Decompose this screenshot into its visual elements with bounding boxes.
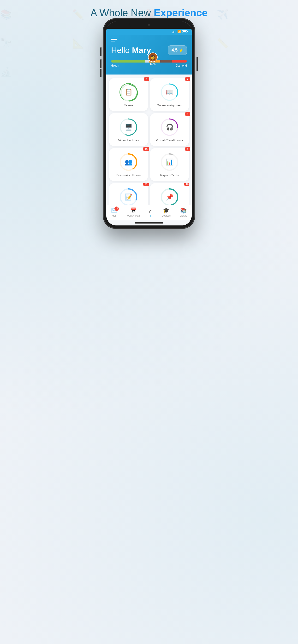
progress-section: 👩 65% Green Diamond	[111, 60, 187, 67]
card-online-assignment[interactable]: 7 📖 Online assignment	[150, 78, 189, 111]
bottom-bar	[106, 220, 192, 226]
library-icon: 📚	[180, 208, 187, 214]
card-video-lectures[interactable]: 🖥️ Video Lectures	[109, 113, 148, 146]
hamburger-line-3	[111, 41, 115, 42]
report-cards-label: Report Cards	[160, 174, 179, 177]
card-exams[interactable]: 6 📋 Exams	[109, 78, 148, 111]
rating-badge[interactable]: 4.5 ★	[168, 45, 187, 55]
nav-badge-mail: 11	[114, 206, 119, 211]
notch	[129, 22, 169, 29]
badge-partial-right: 13	[184, 183, 189, 186]
virtual-classrooms-icon: 🎧	[166, 124, 174, 131]
battery-fill	[183, 31, 186, 32]
battery-icon	[182, 30, 187, 33]
icon-circle-video-lectures: 🖥️	[119, 118, 137, 136]
icon-circle-partial-right: 📌	[161, 188, 179, 205]
icon-circle-virtual-classrooms: 🎧	[161, 118, 179, 136]
badge-online-assignment: 7	[185, 77, 190, 81]
nav-courses[interactable]: 🎓 Courses	[159, 208, 173, 217]
home-indicator	[135, 222, 163, 224]
phone-frame: 📶 Hello Mary 4.5 ★	[103, 19, 195, 228]
nav-home[interactable]: ⌂	[146, 208, 155, 216]
page-headline: A Whole New Experience	[90, 7, 208, 19]
icon-circle-online-assignment: 📖	[161, 83, 179, 101]
app-header: Hello Mary 4.5 ★ 👩 65% Green Diamond	[106, 35, 192, 74]
virtual-classrooms-label: Virtual ClassRooms	[156, 138, 183, 142]
partial-row: 31 📝 13	[109, 183, 189, 205]
grid-row-3: 45 👥 Discussion Room 1	[109, 148, 189, 181]
exams-icon: 📋	[125, 88, 132, 96]
weekly-plan-icon: 📅	[130, 208, 136, 214]
phone-screen: 📶 Hello Mary 4.5 ★	[106, 22, 192, 226]
signal-bar-4	[176, 30, 176, 33]
card-partial-right[interactable]: 13 📌	[150, 183, 189, 205]
progress-percent: 65%	[150, 62, 156, 66]
badge-virtual-classrooms: 8	[185, 112, 190, 116]
card-partial-left[interactable]: 31 📝	[109, 183, 148, 205]
weekly-plan-label: Weekly Plan	[126, 214, 140, 217]
badge-discussion-room: 45	[143, 147, 149, 151]
hamburger-menu[interactable]	[111, 38, 187, 42]
badge-exams: 6	[144, 77, 149, 81]
avatar-container: 👩 65%	[148, 52, 158, 66]
rating-value: 4.5	[172, 48, 178, 53]
signal-bar-1	[173, 32, 173, 33]
badge-partial-left: 31	[143, 183, 149, 186]
video-lectures-icon: 🖥️	[125, 124, 132, 131]
library-label: Library	[180, 214, 187, 217]
avatar: 👩	[148, 52, 158, 62]
camera-notch	[148, 24, 150, 26]
icon-circle-exams: 📋	[119, 83, 137, 101]
signal-bar-2	[174, 32, 174, 33]
headline-accent: Experience	[154, 7, 208, 18]
courses-icon: 🎓	[163, 208, 169, 214]
grid-row-1: 6 📋 Exams 7	[109, 78, 189, 111]
hamburger-line-2	[111, 39, 117, 40]
home-active-dot	[150, 216, 152, 216]
bottom-nav: 11 ✉️ Mail 📅 Weekly Plan ⌂ 🎓 Courses	[106, 205, 192, 220]
partial-left-icon: 📝	[125, 193, 132, 201]
nav-mail[interactable]: 11 ✉️ Mail	[108, 208, 120, 217]
hamburger-line-1	[111, 38, 117, 38]
level-end: Diamond	[175, 64, 187, 67]
discussion-room-label: Discussion Room	[116, 174, 140, 177]
card-discussion-room[interactable]: 45 👥 Discussion Room	[109, 148, 148, 181]
card-report-cards[interactable]: 1 📊 Report Cards	[150, 148, 189, 181]
nav-library[interactable]: 📚 Library	[177, 208, 190, 217]
star-icon: ★	[179, 48, 183, 53]
mail-label: Mail	[112, 214, 116, 217]
status-icons: 📶	[173, 30, 187, 33]
report-cards-icon: 📊	[166, 158, 174, 166]
signal-bars	[173, 30, 177, 33]
icon-circle-discussion-room: 👥	[119, 153, 137, 171]
video-lectures-label: Video Lectures	[118, 138, 139, 142]
signal-bar-3	[175, 31, 175, 33]
online-assignment-icon: 📖	[166, 88, 174, 96]
greeting-plain: Hello	[111, 46, 132, 54]
nav-weekly-plan[interactable]: 📅 Weekly Plan	[124, 208, 142, 217]
courses-label: Courses	[162, 214, 171, 217]
exams-label: Exams	[124, 104, 133, 107]
partial-right-icon: 📌	[166, 193, 174, 201]
status-bar: 📶	[106, 29, 192, 35]
icon-circle-partial-left: 📝	[119, 188, 137, 205]
card-virtual-classrooms[interactable]: 8 🎧 Virtual ClassRooms	[150, 113, 189, 146]
content-area: 6 📋 Exams 7	[106, 74, 192, 205]
level-start: Green	[111, 64, 119, 67]
online-assignment-label: Online assignment	[157, 104, 183, 107]
grid-row-2: 🖥️ Video Lectures 8 🎧 Virtual ClassRoom	[109, 113, 189, 146]
discussion-room-icon: 👥	[125, 158, 132, 166]
home-icon: ⌂	[149, 208, 153, 215]
wifi-icon: 📶	[177, 30, 181, 33]
headline-plain: A Whole New	[90, 7, 154, 18]
icon-circle-report-cards: 📊	[161, 153, 179, 171]
greeting: Hello Mary	[111, 45, 151, 55]
badge-report-cards: 1	[185, 147, 190, 151]
